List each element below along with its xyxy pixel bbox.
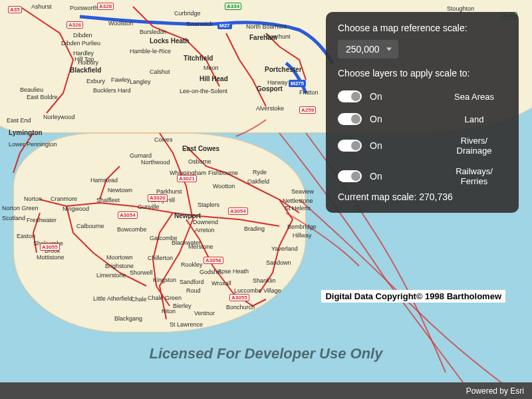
license-watermark: Licensed For Developer Use Only (0, 345, 532, 362)
layers-list[interactable]: On Sea Areas On Land On Rivers/ Drainage… (338, 85, 507, 185)
toggle-state: On (370, 114, 444, 124)
layer-row: On Rivers/ Drainage (338, 130, 504, 161)
layer-row: On Sea Areas (338, 85, 504, 108)
esri-attribution[interactable]: Powered by Esri (466, 386, 524, 396)
layer-toggle[interactable] (338, 170, 362, 182)
toggle-state: On (370, 91, 444, 102)
scale-select[interactable]: 250,000 (338, 40, 398, 59)
toggle-state: On (370, 171, 444, 182)
chevron-down-icon (386, 48, 392, 51)
toggle-state: On (370, 140, 444, 151)
current-scale: Current map scale: 270,736 (338, 192, 507, 202)
layers-label: Choose layers to apply scale to: (338, 68, 507, 78)
layer-toggle[interactable] (338, 90, 362, 102)
layer-name: Railways/ Ferries (444, 166, 504, 185)
scale-panel: Choose a map reference scale: 250,000 Ch… (326, 12, 519, 213)
layer-row: On Railways/ Ferries (338, 161, 504, 185)
layer-name: Rivers/ Drainage (444, 136, 504, 156)
scale-label: Choose a map reference scale: (338, 23, 507, 33)
layer-toggle[interactable] (338, 140, 362, 152)
layer-name: Land (444, 114, 504, 124)
footer: Powered by Esri (0, 382, 532, 399)
copyright-notice: Digital Data Copyright© 1998 Bartholomew (321, 290, 505, 303)
scale-value: 250,000 (346, 44, 380, 55)
isle-of-wight (13, 133, 306, 332)
layer-name: Sea Areas (444, 92, 504, 102)
layer-row: On Land (338, 108, 504, 130)
layer-toggle[interactable] (338, 113, 362, 125)
